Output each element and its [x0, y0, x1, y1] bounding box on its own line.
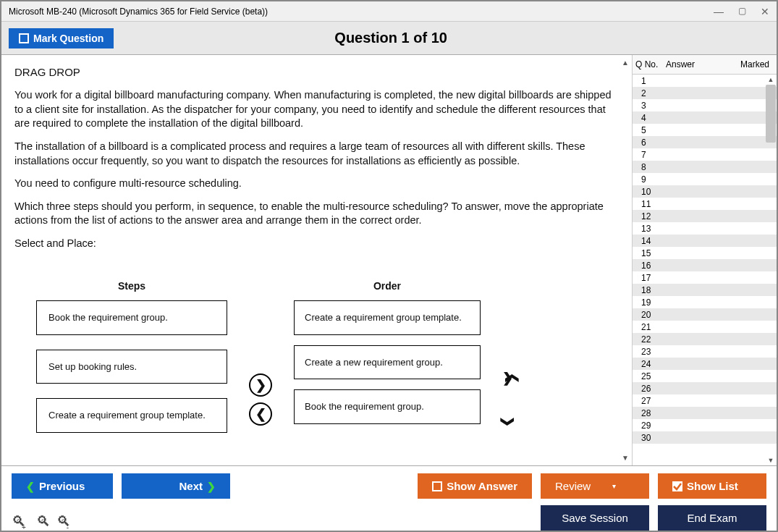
app-window: Microsoft MB-240 (Microsoft Dynamics 365… [0, 0, 778, 532]
question-list-row[interactable]: 12 [633, 210, 777, 222]
question-number: 20 [641, 310, 663, 320]
question-list-row[interactable]: 9 [633, 173, 777, 185]
move-down-button[interactable]: ❯ [502, 413, 524, 430]
question-list-header: Q No. Answer Marked [633, 55, 777, 75]
scroll-up-icon[interactable]: ▲ [766, 76, 775, 83]
question-list-row[interactable]: 21 [633, 321, 777, 333]
move-right-button[interactable]: ❯ [249, 373, 272, 397]
zoom-in-icon[interactable]: 🔍︎+ [12, 513, 30, 531]
chevron-left-icon: ❮ [26, 481, 35, 492]
question-list-row[interactable]: 1 [633, 75, 777, 87]
question-list-row[interactable]: 22 [633, 333, 777, 345]
drag-item[interactable]: Create a new requirement group. [294, 345, 481, 380]
close-icon[interactable]: ✕ [761, 6, 769, 17]
question-list-row[interactable]: 25 [633, 370, 777, 382]
steps-header: Steps [36, 279, 227, 293]
previous-label: Previous [39, 480, 85, 492]
question-number: 11 [641, 199, 663, 209]
question-number: 18 [641, 285, 663, 295]
topbar: Mark Question Question 1 of 10 [1, 22, 777, 55]
question-list-row[interactable]: 3 [633, 99, 777, 111]
scrollbar-thumb[interactable] [766, 85, 776, 143]
show-list-button[interactable]: Show List [658, 473, 766, 499]
question-list-row[interactable]: 5 [633, 124, 777, 136]
question-number: 13 [641, 224, 663, 234]
question-list-row[interactable]: 24 [633, 358, 777, 370]
button-row-1: ❮ Previous Next ❯ Show Answer Review ▾ S… [12, 473, 766, 499]
col-answer: Answer [663, 55, 733, 74]
question-number: 4 [641, 113, 663, 123]
bottom-bar: ❮ Previous Next ❯ Show Answer Review ▾ S… [1, 465, 777, 531]
question-number: 14 [641, 236, 663, 246]
review-button[interactable]: Review ▾ [541, 473, 649, 499]
question-list-row[interactable]: 26 [633, 382, 777, 394]
reorder-controls: ❯︎❯ ❯ [502, 352, 524, 447]
zoom-out-icon[interactable]: 🔍︎- [56, 513, 73, 531]
question-number: 7 [641, 150, 663, 160]
review-label: Review [555, 480, 591, 492]
question-list-row[interactable]: 13 [633, 222, 777, 235]
question-list-row[interactable]: 30 [633, 431, 777, 444]
move-up-button[interactable]: ❯︎❯ [502, 369, 524, 387]
drag-item[interactable]: Book the requirement group. [36, 300, 227, 335]
checkbox-icon [19, 33, 29, 43]
end-exam-label: End Exam [687, 512, 737, 524]
question-number: 17 [641, 273, 663, 283]
question-paragraph: You work for a digital billboard manufac… [14, 88, 619, 131]
question-list-row[interactable]: 27 [633, 394, 777, 407]
minimize-icon[interactable]: — [714, 6, 724, 17]
scroll-down-icon[interactable]: ▼ [622, 453, 629, 463]
question-number: 23 [641, 347, 663, 357]
question-list-row[interactable]: 15 [633, 247, 777, 259]
question-number: 9 [641, 174, 663, 185]
question-number: 29 [641, 421, 663, 431]
question-number: 10 [641, 187, 663, 197]
question-list-row[interactable]: 19 [633, 296, 777, 308]
question-list-row[interactable]: 11 [633, 198, 777, 210]
question-list-row[interactable]: 23 [633, 345, 777, 358]
question-list-row[interactable]: 14 [633, 235, 777, 247]
checkbox-checked-icon [672, 481, 682, 491]
question-number: 6 [641, 138, 663, 148]
move-left-button[interactable]: ❮ [249, 402, 272, 426]
drag-item[interactable]: Set up booking rules. [36, 350, 227, 384]
question-number: 15 [641, 248, 663, 258]
question-list-row[interactable]: 8 [633, 161, 777, 173]
zoom-reset-icon[interactable]: 🔍︎ [36, 513, 51, 531]
question-list-row[interactable]: 10 [633, 185, 777, 198]
question-list-row[interactable]: 4 [633, 111, 777, 124]
question-list[interactable]: ▲ 12345678910111213141516171819202122232… [633, 75, 777, 465]
question-list-row[interactable]: 18 [633, 284, 777, 296]
save-session-button[interactable]: Save Session [541, 505, 649, 531]
question-list-row[interactable]: 29 [633, 419, 777, 431]
drag-item[interactable]: Create a requirement group template. [36, 398, 227, 433]
scroll-down-icon[interactable]: ▼ [766, 457, 775, 464]
chevron-right-icon: ❯ [207, 481, 216, 492]
maximize-icon[interactable]: ▢ [738, 6, 746, 17]
end-exam-button[interactable]: End Exam [658, 505, 766, 531]
question-number: 8 [641, 162, 663, 172]
col-marked: Marked [733, 55, 777, 74]
show-answer-button[interactable]: Show Answer [418, 473, 532, 499]
next-button[interactable]: Next ❯ [122, 473, 230, 499]
mark-question-button[interactable]: Mark Question [9, 28, 114, 48]
question-list-row[interactable]: 20 [633, 308, 777, 321]
drag-item[interactable]: Create a requirement group template. [294, 300, 481, 335]
question-number: 1 [641, 76, 663, 86]
scroll-up-icon[interactable]: ▲ [622, 58, 629, 68]
drag-item[interactable]: Book the requirement group. [294, 389, 481, 424]
question-list-row[interactable]: 16 [633, 259, 777, 271]
question-number: 16 [641, 261, 663, 271]
question-list-row[interactable]: 7 [633, 148, 777, 161]
next-label: Next [179, 480, 203, 492]
question-list-row[interactable]: 6 [633, 136, 777, 148]
question-list-row[interactable]: 28 [633, 407, 777, 419]
question-list-row[interactable]: 17 [633, 271, 777, 284]
question-number: 21 [641, 322, 663, 332]
checkbox-icon [432, 481, 442, 491]
col-qno: Q No. [633, 55, 663, 74]
question-list-row[interactable]: 2 [633, 87, 777, 99]
question-instruction: Select and Place: [14, 237, 619, 251]
window-title: Microsoft MB-240 (Microsoft Dynamics 365… [9, 7, 714, 17]
previous-button[interactable]: ❮ Previous [12, 473, 113, 499]
